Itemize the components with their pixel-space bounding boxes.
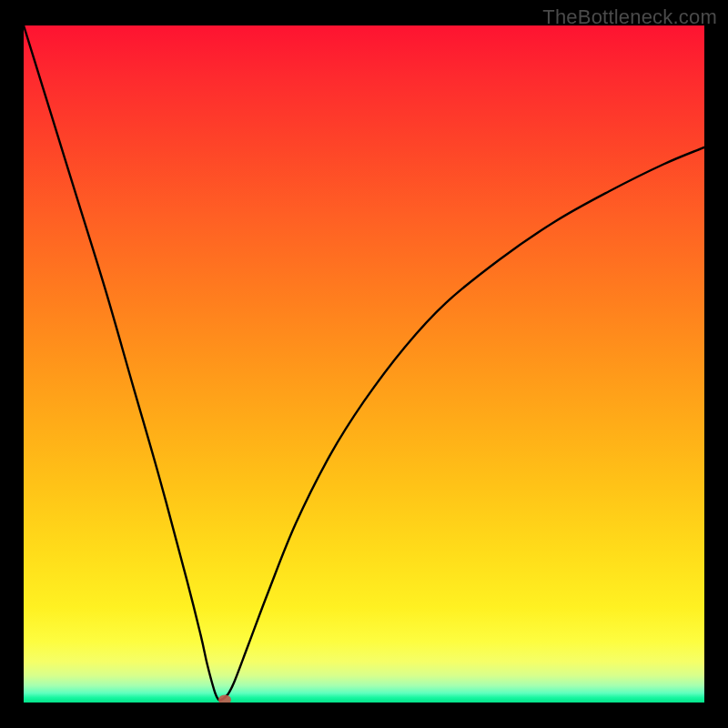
watermark-text: TheBottleneck.com [542, 5, 717, 29]
chart-frame: TheBottleneck.com [0, 0, 728, 728]
curve-svg [24, 25, 704, 703]
bottleneck-curve [24, 25, 704, 700]
plot-area [24, 25, 704, 703]
minimum-marker [218, 695, 231, 703]
